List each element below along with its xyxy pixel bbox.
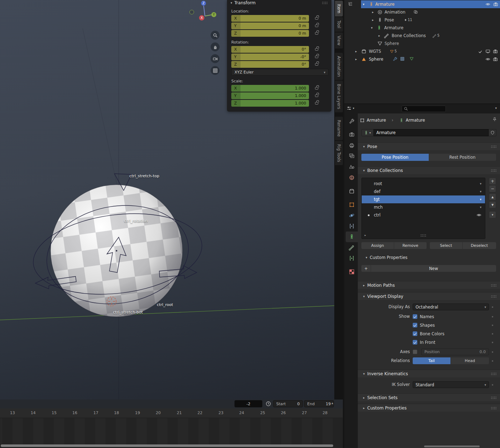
ik-solver-dropdown[interactable]: Standard▾	[413, 381, 489, 388]
editor-type-button[interactable]: ▾	[346, 106, 354, 111]
location-y-field[interactable]: Y0 m	[231, 22, 309, 29]
bone-colors-checkbox[interactable]	[413, 331, 417, 336]
panel-grip-icon[interactable]	[491, 396, 497, 399]
panel-grip-icon[interactable]	[491, 295, 497, 298]
outliner-row-pose[interactable]: ▸ Pose 11	[344, 16, 500, 24]
remove-button[interactable]: Remove	[394, 242, 427, 249]
tab-collection[interactable]	[346, 186, 358, 197]
list-item-mch[interactable]: mch▾	[362, 203, 485, 211]
tab-rig-tools[interactable]: Rig Tools	[335, 141, 343, 165]
chevron-down-icon[interactable]: ▾	[480, 190, 481, 193]
tab-physics[interactable]	[346, 210, 358, 221]
tab-view[interactable]: View	[335, 32, 343, 49]
tab-texture[interactable]	[346, 266, 358, 277]
expand-icon[interactable]: ▸	[372, 10, 374, 14]
decorator-dot[interactable]	[492, 316, 493, 317]
decorator-dot[interactable]	[492, 306, 493, 308]
tail-button[interactable]: Tail	[413, 357, 450, 364]
eye-icon[interactable]	[485, 57, 490, 62]
camera-icon[interactable]	[493, 49, 498, 54]
resize-grip-icon[interactable]	[421, 234, 427, 237]
clock-icon[interactable]	[266, 401, 271, 407]
new-property-button[interactable]: New	[371, 265, 496, 272]
expand-icon[interactable]: ▸	[355, 50, 357, 53]
head-button[interactable]: Head	[451, 357, 489, 364]
tab-constraints[interactable]	[346, 221, 358, 231]
add-property-icon-button[interactable]: +	[361, 265, 371, 272]
filter-chevron-icon[interactable]: ▾	[495, 106, 497, 110]
axes-checkbox[interactable]	[413, 350, 417, 354]
list-item-tgt[interactable]: tgt▾	[362, 195, 485, 203]
lock-icon[interactable]	[315, 56, 318, 58]
scale-x-field[interactable]: X1.000	[231, 85, 309, 92]
expand-icon[interactable]: ▸	[365, 234, 366, 237]
outliner-row-bone-collections[interactable]: ▸ Bone Collections 5	[344, 32, 500, 40]
lock-icon[interactable]	[315, 48, 318, 51]
outliner-row-wgts-collection[interactable]: ▸ WGTS 5	[344, 47, 500, 55]
tab-render[interactable]	[346, 129, 358, 140]
panel-header-custom-properties-bottom[interactable]: ▸ Custom Properties	[358, 404, 500, 412]
move-view-button[interactable]	[211, 42, 220, 51]
tab-rename[interactable]: Rename	[335, 117, 343, 140]
eye-icon[interactable]	[476, 213, 481, 218]
outliner-row-sphere-object[interactable]: ▸ Sphere	[344, 55, 500, 63]
move-up-button[interactable]: ▲	[489, 193, 496, 200]
chevron-down-icon[interactable]: ▾	[480, 205, 481, 209]
panel-grip-icon[interactable]	[491, 407, 497, 409]
fake-user-button[interactable]	[489, 129, 496, 136]
in-front-checkbox[interactable]	[413, 340, 417, 345]
deselect-button[interactable]: Deselect	[463, 242, 496, 249]
add-collection-button[interactable]: +	[489, 178, 496, 185]
timeline-editor[interactable]: -2 Start0 End19 ▴ 13 14 15 16 17 18 19 2…	[0, 399, 343, 448]
list-item-def[interactable]: def▾	[362, 188, 485, 195]
tab-bone-constraints[interactable]	[346, 253, 358, 264]
camera-icon[interactable]	[493, 2, 498, 7]
timeline-scrollbar[interactable]	[1, 444, 333, 447]
specials-menu-button[interactable]: ▾	[489, 211, 496, 218]
orthographic-toggle-button[interactable]	[211, 66, 220, 75]
panel-header-inverse-kinematics[interactable]: ▾ Inverse Kinematics	[358, 370, 500, 377]
camera-icon[interactable]	[493, 57, 498, 62]
rotation-y-field[interactable]: Y-0°	[231, 54, 309, 60]
breadcrumb-object[interactable]: Armature	[367, 118, 386, 123]
names-checkbox[interactable]	[413, 314, 417, 319]
frame-start-field[interactable]: Start0	[273, 400, 303, 407]
lock-icon[interactable]	[315, 25, 318, 27]
properties-scrollbar[interactable]	[424, 446, 480, 447]
pin-icon[interactable]	[492, 117, 497, 122]
outliner-row-animation[interactable]: ▸ Animation	[344, 8, 500, 16]
panel-header-pose[interactable]: ▾ Pose	[358, 142, 500, 150]
decorator-dot[interactable]	[492, 333, 493, 335]
current-frame-field[interactable]: -2	[234, 400, 262, 407]
scale-z-field[interactable]: Z1.000	[231, 100, 309, 107]
zoom-button[interactable]	[211, 31, 220, 40]
timeline-ruler[interactable]: 13 14 15 16 17 18 19 20 21 22 23 24 25 2…	[0, 408, 343, 418]
lock-icon[interactable]	[315, 87, 318, 90]
monitor-icon[interactable]	[485, 49, 490, 54]
tab-world[interactable]	[346, 172, 358, 183]
decorator-dot[interactable]	[492, 384, 493, 386]
panel-header-selection-sets[interactable]: ▸ Selection Sets	[358, 393, 500, 401]
camera-view-button[interactable]	[211, 54, 220, 63]
expand-icon[interactable]: ▸	[355, 57, 357, 61]
decorator-dot[interactable]	[492, 360, 493, 362]
expand-icon[interactable]: ▾	[363, 2, 365, 6]
subpanel-header-custom-properties[interactable]: ▾ Custom Properties	[366, 254, 407, 261]
panel-grip-icon[interactable]	[491, 284, 497, 287]
tab-tool[interactable]	[346, 116, 358, 127]
tab-object-data[interactable]	[346, 231, 358, 242]
tab-output[interactable]	[346, 140, 358, 151]
expand-icon[interactable]: ▸	[372, 18, 374, 22]
scale-y-field[interactable]: Y1.000	[231, 92, 309, 99]
pose-position-button[interactable]: Pose Position	[361, 154, 429, 161]
panel-header-viewport-display[interactable]: ▾ Viewport Display	[358, 292, 500, 300]
chevron-down-icon[interactable]: ▾	[480, 182, 481, 185]
outliner-row-armature-object[interactable]: ▾ Armature	[361, 0, 500, 8]
panel-grip-icon[interactable]	[491, 145, 497, 148]
outliner[interactable]: ▾ Armature ▸ Animation ▸ Pose 11 ▾ Armat…	[344, 0, 500, 104]
datablock-selector-button[interactable]: ▾	[361, 129, 373, 136]
eye-icon[interactable]	[485, 2, 490, 7]
location-x-field[interactable]: X0 m	[231, 15, 309, 22]
decorator-dot[interactable]	[492, 342, 493, 343]
datablock-name-field[interactable]: Armature	[373, 129, 489, 136]
